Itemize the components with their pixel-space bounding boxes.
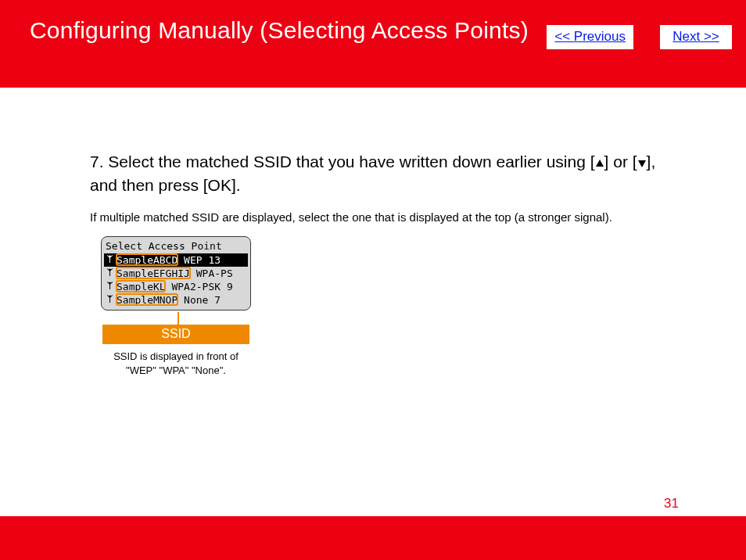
lcd-rows: SampleABCD WEP 13 SampleEFGHIJ WPA-PS Sa… xyxy=(104,253,248,307)
previous-button[interactable]: << Previous xyxy=(547,25,633,49)
antenna-icon xyxy=(106,267,113,279)
ssid-connector-line xyxy=(178,312,179,325)
lcd-row: SampleMNOP None 7 xyxy=(104,293,248,307)
lcd-panel: Select Access Point SampleABCD WEP 13 Sa… xyxy=(101,236,251,311)
row-rest: WPA-PS xyxy=(190,267,233,279)
nav-buttons: << Previous Next >> xyxy=(547,25,732,49)
page-title: Configuring Manually (Selecting Access P… xyxy=(30,17,529,44)
lcd-row: SampleKL WPA2-PSK 9 xyxy=(104,280,248,293)
row-rest: WEP 13 xyxy=(178,254,221,266)
svg-rect-7 xyxy=(109,271,110,276)
ssid-callout-label: SSID xyxy=(102,325,249,344)
ssid-text: SampleEFGHIJ xyxy=(117,267,190,279)
step-number: 7. xyxy=(90,153,104,171)
sub-note: If multiple matched SSID are displayed, … xyxy=(90,210,658,225)
next-button[interactable]: Next >> xyxy=(660,25,732,49)
ssid-text: SampleKL xyxy=(117,281,166,293)
down-triangle-icon xyxy=(637,151,647,174)
antenna-icon xyxy=(106,294,113,306)
ssid-text: SampleABCD xyxy=(117,254,178,266)
ssid-callout-text: SSID xyxy=(161,327,190,340)
footer-bar xyxy=(0,516,746,560)
ssid-caption: SSID is displayed in front of "WEP" "WPA… xyxy=(101,350,251,377)
row-rest: None 7 xyxy=(178,294,221,306)
lcd-panel-figure: Select Access Point SampleABCD WEP 13 Sa… xyxy=(101,236,251,377)
lcd-row: SampleABCD WEP 13 xyxy=(104,253,248,267)
antenna-icon xyxy=(106,281,113,293)
svg-marker-0 xyxy=(596,160,604,167)
svg-marker-1 xyxy=(638,160,646,167)
content-area: 7. Select the matched SSID that you have… xyxy=(0,88,746,377)
svg-rect-11 xyxy=(109,284,110,289)
antenna-icon xyxy=(106,254,113,266)
lcd-panel-title: Select Access Point xyxy=(104,239,248,253)
page-number: 31 xyxy=(664,496,679,512)
step-text-2: ] or [ xyxy=(604,153,637,171)
step-text-1: Select the matched SSID that you have wr… xyxy=(108,153,594,171)
lcd-row: SampleEFGHIJ WPA-PS xyxy=(104,267,248,280)
svg-rect-3 xyxy=(109,257,110,263)
step-instruction: 7. Select the matched SSID that you have… xyxy=(90,150,658,197)
up-triangle-icon xyxy=(595,151,604,174)
ssid-text: SampleMNOP xyxy=(117,294,178,306)
header-bar: Configuring Manually (Selecting Access P… xyxy=(0,0,746,88)
svg-rect-15 xyxy=(109,297,110,303)
row-rest: WPA2-PSK 9 xyxy=(166,281,233,293)
